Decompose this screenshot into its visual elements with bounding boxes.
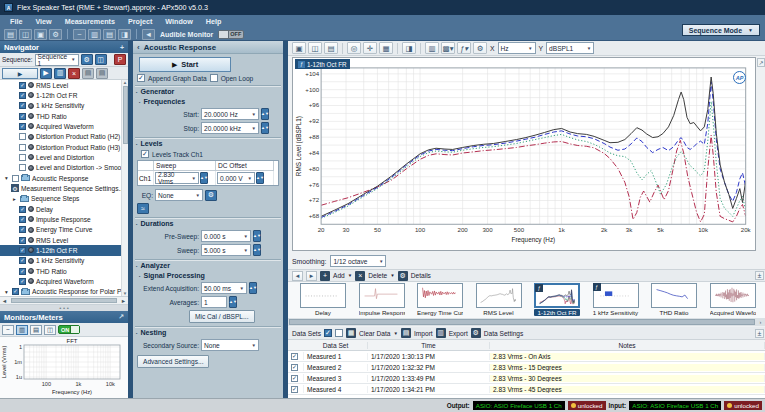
table-row[interactable]: ✓Measured 21/17/2020 1:32:32 PM2.83 Vrms… bbox=[288, 362, 765, 373]
collapse-icon[interactable]: ▾ bbox=[3, 175, 10, 181]
delete-button[interactable]: Delete bbox=[368, 272, 387, 279]
signal-monitor-icon[interactable]: ~ bbox=[73, 29, 86, 40]
extend-acquisition-stepper[interactable]: ▲▼ bbox=[249, 282, 257, 294]
thumbnail-thd-ratio[interactable]: THD Ratio bbox=[651, 283, 697, 316]
pre-sweep-stepper[interactable]: ▲▼ bbox=[253, 230, 261, 242]
details-icon[interactable]: ⚙ bbox=[398, 271, 408, 281]
add-button[interactable]: Add bbox=[333, 272, 345, 279]
sequence-settings-icon[interactable]: ⚙ bbox=[81, 54, 93, 65]
stop-freq-input[interactable]: 20.0000 kHz▼ bbox=[201, 122, 259, 134]
tree-item-acoustic-response-for-polar-plots[interactable]: ▾✓Acoustic Response for Polar Plots bbox=[0, 287, 121, 297]
pre-sweep-input[interactable]: 0.000 s▼ bbox=[201, 230, 251, 242]
graph-properties-icon[interactable]: ⚙ bbox=[473, 42, 487, 54]
clear-data-button[interactable]: Clear Data bbox=[359, 330, 391, 337]
last-measurement-icon[interactable]: ► bbox=[306, 271, 317, 281]
tree-item-acquired-waveform[interactable]: ✓Acquired Waveform bbox=[0, 276, 121, 286]
sequence-export-icon[interactable]: ◫ bbox=[95, 54, 107, 65]
ch1-level-stepper[interactable]: ▲▼ bbox=[200, 172, 208, 184]
table-row[interactable]: ✓Measured 31/17/2020 1:33:49 PM2.83 Vrms… bbox=[288, 373, 765, 384]
thumbnail-1-khz-sensitivity[interactable]: ƒ1 kHz Sensitivity bbox=[593, 283, 639, 316]
export-button[interactable]: Export bbox=[449, 330, 468, 337]
start-freq-stepper[interactable]: ▲▼ bbox=[261, 108, 269, 120]
collapse-icon[interactable]: ▾ bbox=[3, 289, 10, 295]
tree-item-delay[interactable]: ✓Delay bbox=[0, 204, 121, 214]
sequence-select[interactable]: Sequence 1▼ bbox=[35, 54, 79, 66]
row-checkbox[interactable]: ✓ bbox=[291, 353, 298, 360]
x-unit-select[interactable]: Hz▼ bbox=[498, 42, 536, 54]
thumbnail-impulse-response[interactable]: Impulse Response bbox=[359, 283, 405, 316]
meter-monitor-icon[interactable]: ▤ bbox=[30, 325, 42, 335]
collapse-filmstrip-button[interactable]: ± bbox=[755, 271, 764, 280]
stop-freq-stepper[interactable]: ▲▼ bbox=[261, 122, 269, 134]
cursors-menu-icon[interactable]: ▩▾ bbox=[441, 42, 455, 54]
collapse-datasets-button[interactable]: ± bbox=[755, 329, 764, 338]
copy-graph-icon[interactable]: ◫ bbox=[308, 42, 322, 54]
menu-file[interactable]: File bbox=[10, 17, 22, 26]
save-graph-icon[interactable]: ▣ bbox=[292, 42, 306, 54]
tree-item-1-khz-sensitivity[interactable]: ✓1 kHz Sensitivity bbox=[0, 256, 121, 266]
layout-monitor-icon[interactable]: ◫ bbox=[44, 325, 56, 335]
bar-meter-icon[interactable]: ▥ bbox=[88, 29, 101, 40]
back-chevron-icon[interactable]: ‹ bbox=[137, 43, 140, 52]
tree-checkbox[interactable]: ✓ bbox=[12, 288, 19, 295]
settings-icon[interactable]: ⚙ bbox=[49, 29, 62, 40]
tree-item-measurement-sequence-settings[interactable]: ⚙Measurement Sequence Settings... bbox=[0, 183, 121, 193]
tree-checkbox[interactable]: ✓ bbox=[19, 82, 26, 89]
export-icon[interactable]: ▥ bbox=[436, 328, 446, 338]
eq-response-icon[interactable]: ≈ bbox=[137, 203, 149, 214]
extend-acquisition-input[interactable]: 50.00 ms▼ bbox=[201, 282, 247, 294]
tree-checkbox[interactable]: ✓ bbox=[19, 92, 26, 99]
menu-window[interactable]: Window bbox=[165, 17, 192, 26]
add-icon[interactable]: + bbox=[320, 271, 330, 281]
delete-measurement-icon[interactable]: × bbox=[68, 68, 80, 79]
tree-item-impulse-response[interactable]: ✓Impulse Response bbox=[0, 214, 121, 224]
start-button[interactable]: ▶ Start bbox=[139, 57, 231, 72]
layout-icon[interactable]: ◨ bbox=[118, 29, 131, 40]
fft-monitor-icon[interactable]: ▥ bbox=[16, 325, 28, 335]
menu-project[interactable]: Project bbox=[128, 17, 152, 26]
fit-graph-icon[interactable]: ▦ bbox=[379, 42, 393, 54]
popout-icon[interactable]: ↗ bbox=[118, 313, 124, 321]
details-button[interactable]: Details bbox=[411, 272, 431, 279]
levels-track-checkbox[interactable]: ✓ bbox=[141, 150, 149, 158]
tree-item-energy-time-curve[interactable]: ✓Energy Time Curve bbox=[0, 225, 121, 235]
tree-checkbox[interactable]: ✓ bbox=[19, 113, 26, 120]
pin-icon[interactable]: + bbox=[120, 44, 124, 51]
row-checkbox[interactable]: ✓ bbox=[291, 386, 298, 393]
pan-tool-icon[interactable]: ✛ bbox=[363, 42, 377, 54]
uncheck-all-icon[interactable] bbox=[335, 329, 343, 337]
tree-item-distortion-product-ratio-h3[interactable]: Distortion Product Ratio (H3) bbox=[0, 142, 121, 152]
run-sequence-button[interactable]: ▶ bbox=[2, 68, 38, 79]
y-unit-select[interactable]: dBSPL1▼ bbox=[546, 42, 594, 54]
table-row[interactable]: ✓Measured 41/17/2020 1:34:21 PM2.83 Vrms… bbox=[288, 384, 765, 395]
ch1-level-input[interactable]: 2.830 Vrms▼ bbox=[155, 172, 199, 184]
add-measurement-icon[interactable]: ▥ bbox=[54, 68, 66, 79]
graph-tab[interactable]: ƒ 1-12th Oct FR bbox=[295, 59, 350, 69]
input-device-badge[interactable]: ASIO: ASIO Fireface USB 1 Ch bbox=[629, 401, 721, 410]
tree-checkbox[interactable]: ✓ bbox=[19, 216, 26, 223]
clear-data-icon[interactable]: ▦ bbox=[346, 328, 356, 338]
import-icon[interactable]: ▤ bbox=[401, 328, 411, 338]
tree-item-distortion-product-ratio-h2[interactable]: Distortion Product Ratio (H2) bbox=[0, 132, 121, 142]
grid-layout-icon[interactable]: ◨ bbox=[402, 42, 416, 54]
smoothing-select[interactable]: 1/12 octave▼ bbox=[330, 255, 386, 267]
expand-graph-icon[interactable]: ↗ bbox=[757, 58, 765, 67]
tree-item-thd-ratio[interactable]: ✓THD Ratio bbox=[0, 111, 121, 121]
averages-input[interactable]: 1 bbox=[201, 296, 227, 308]
averages-stepper[interactable]: ▲▼ bbox=[229, 296, 237, 308]
table-display-icon[interactable]: ▥ bbox=[425, 42, 439, 54]
tree-checkbox[interactable]: ✓ bbox=[19, 123, 26, 130]
mic-cal-button[interactable]: Mic Cal / dBSPL... bbox=[189, 310, 255, 323]
expand-icon[interactable]: ▸ bbox=[11, 196, 18, 202]
tree-checkbox[interactable] bbox=[19, 164, 26, 171]
sweep-duration-input[interactable]: 5.000 s▼ bbox=[201, 244, 251, 256]
tree-item-1-khz-sensitivity[interactable]: ✓1 kHz Sensitivity bbox=[0, 101, 121, 111]
menu-view[interactable]: View bbox=[35, 17, 51, 26]
tree-checkbox[interactable]: ✓ bbox=[19, 247, 26, 254]
tree-checkbox[interactable]: ✓ bbox=[19, 257, 26, 264]
tree-item-acoustic-response[interactable]: ▾Acoustic Response bbox=[0, 173, 121, 183]
thumbnail-acquired-waveform[interactable]: Acquired Waveform bbox=[710, 283, 756, 316]
compute-fx-icon[interactable]: ƒ▾ bbox=[457, 42, 471, 54]
menu-measurements[interactable]: Measurements bbox=[65, 17, 115, 26]
zoom-tool-icon[interactable]: ◎ bbox=[347, 42, 361, 54]
